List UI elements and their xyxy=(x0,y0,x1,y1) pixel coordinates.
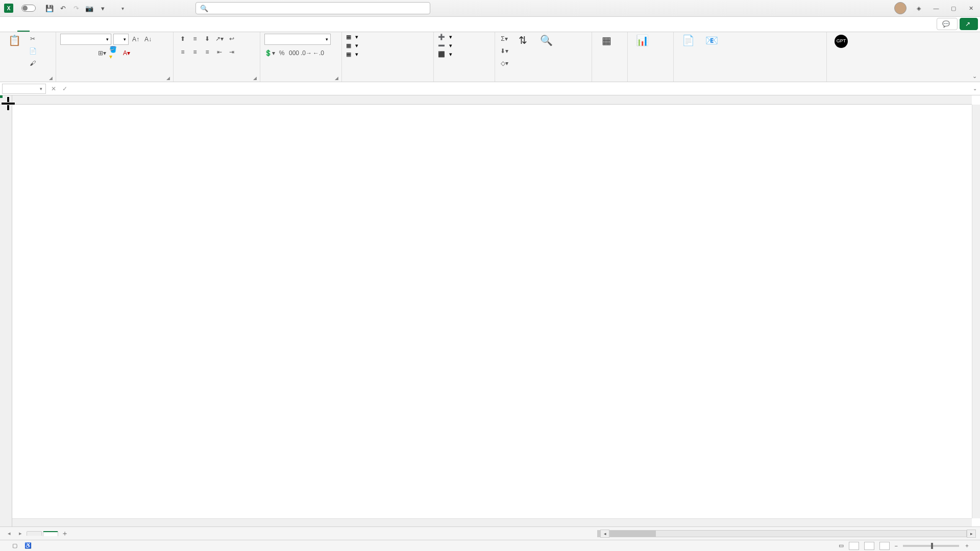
horizontal-scrollbar[interactable]: ◂ ▸ xyxy=(597,530,976,538)
view-page-break-icon[interactable] xyxy=(879,542,890,550)
conditional-formatting-button[interactable]: ▦ ▾ xyxy=(346,34,358,40)
hscroll-thumb[interactable] xyxy=(610,531,656,537)
zoom-in-icon[interactable]: ＋ xyxy=(964,542,970,549)
bold-button[interactable] xyxy=(60,48,70,58)
sheet-tab-2[interactable] xyxy=(43,531,58,536)
chatgpt-button[interactable]: GPT xyxy=(831,34,851,50)
tab-seitenlayout[interactable] xyxy=(42,26,54,32)
format-as-table-button[interactable]: ▦ ▾ xyxy=(346,42,358,49)
insert-cells-button[interactable]: ➕ ▾ xyxy=(438,34,452,40)
paste-button[interactable]: 📋 xyxy=(4,34,24,48)
tab-acrobat[interactable] xyxy=(128,26,140,32)
decrease-font-icon[interactable]: A↓ xyxy=(143,34,153,44)
autosum-icon[interactable]: Σ▾ xyxy=(499,34,509,44)
column-headers[interactable] xyxy=(12,95,972,105)
increase-font-icon[interactable]: A↑ xyxy=(131,34,141,44)
spreadsheet-grid[interactable] xyxy=(0,95,980,527)
font-size-dropdown[interactable]: ▾ xyxy=(113,34,129,45)
underline-button[interactable] xyxy=(85,48,95,58)
view-page-layout-icon[interactable] xyxy=(864,542,874,550)
font-color-icon[interactable]: A▾ xyxy=(121,48,132,58)
fill-color-icon[interactable]: 🪣▾ xyxy=(109,48,119,58)
increase-indent-icon[interactable]: ⇥ xyxy=(227,47,237,57)
tab-formeln[interactable] xyxy=(54,26,66,32)
vertical-scrollbar[interactable] xyxy=(972,105,980,518)
decrease-decimal-icon[interactable]: ←.0 xyxy=(313,48,324,58)
camera-icon[interactable]: 📷 xyxy=(84,3,95,14)
pdf-share-link-button[interactable]: 📄 xyxy=(678,34,698,48)
align-right-icon[interactable]: ≡ xyxy=(202,47,212,57)
qat-customize-icon[interactable]: ▾ xyxy=(97,3,108,14)
align-top-icon[interactable]: ⬆ xyxy=(178,34,188,44)
name-box[interactable]: ▾ xyxy=(2,84,46,94)
comments-button[interactable]: 💬 xyxy=(937,18,958,30)
row-headers[interactable] xyxy=(0,105,12,527)
formula-input[interactable] xyxy=(75,84,970,94)
save-icon[interactable]: 💾 xyxy=(44,3,55,14)
select-all-corner[interactable] xyxy=(0,95,12,105)
clear-icon[interactable]: ◇▾ xyxy=(499,58,509,68)
wrap-text-icon[interactable]: ↩ xyxy=(227,34,237,44)
fill-icon[interactable]: ⬇▾ xyxy=(499,46,509,56)
launcher-icon[interactable]: ◢ xyxy=(166,76,170,81)
align-middle-icon[interactable]: ≡ xyxy=(190,34,200,44)
search-box[interactable]: 🔍 xyxy=(195,2,430,14)
share-button[interactable]: ↗ xyxy=(960,18,978,30)
addins-button[interactable]: ▦ xyxy=(596,34,617,48)
italic-button[interactable] xyxy=(72,48,83,58)
window-restore-icon[interactable]: ▢ xyxy=(948,3,959,13)
data-analysis-button[interactable]: 📊 xyxy=(632,34,652,48)
cell-styles-button[interactable]: ▦ ▾ xyxy=(346,51,358,58)
sheet-nav-prev-icon[interactable]: ◂ xyxy=(4,530,14,537)
tab-ueberpruefen[interactable] xyxy=(79,26,91,32)
autosave-toggle[interactable] xyxy=(21,5,36,12)
zoom-out-icon[interactable]: − xyxy=(895,543,898,549)
sheet-tab-1[interactable] xyxy=(27,531,42,536)
sheet-nav-next-icon[interactable]: ▸ xyxy=(15,530,26,537)
align-left-icon[interactable]: ≡ xyxy=(178,47,188,57)
confirm-formula-icon[interactable]: ✓ xyxy=(59,85,70,92)
zoom-slider[interactable] xyxy=(903,545,959,547)
number-format-dropdown[interactable]: ▾ xyxy=(264,34,331,45)
window-minimize-icon[interactable]: — xyxy=(931,3,941,13)
cell-area[interactable] xyxy=(12,105,972,518)
launcher-icon[interactable]: ◢ xyxy=(49,76,53,81)
tab-einfuegen[interactable] xyxy=(30,26,42,32)
hscroll-right-icon[interactable]: ▸ xyxy=(967,530,976,538)
filename[interactable]: ▾ xyxy=(119,6,124,11)
diamond-icon[interactable]: ◈ xyxy=(914,3,924,13)
percent-icon[interactable]: % xyxy=(277,48,287,58)
tab-daten[interactable] xyxy=(66,26,79,32)
macro-record-icon[interactable]: ▢ xyxy=(12,542,17,549)
launcher-icon[interactable]: ◢ xyxy=(335,76,338,81)
orientation-icon[interactable]: ↗▾ xyxy=(214,34,225,44)
cancel-formula-icon[interactable]: ✕ xyxy=(48,85,59,92)
tab-hilfe[interactable] xyxy=(115,26,128,32)
redo-icon[interactable]: ↷ xyxy=(70,3,82,14)
user-avatar[interactable] xyxy=(894,2,906,14)
sort-filter-button[interactable]: ⇅ xyxy=(512,34,533,48)
accessibility-status[interactable]: ♿ xyxy=(24,542,32,549)
cut-icon[interactable]: ✂ xyxy=(28,34,38,44)
find-select-button[interactable]: 🔍 xyxy=(536,34,556,48)
tab-start[interactable] xyxy=(17,24,30,32)
window-close-icon[interactable]: ✕ xyxy=(966,3,976,13)
tab-entwicklertools[interactable] xyxy=(103,26,115,32)
comma-icon[interactable]: 000 xyxy=(289,48,299,58)
increase-decimal-icon[interactable]: .0→ xyxy=(301,48,311,58)
align-bottom-icon[interactable]: ⬇ xyxy=(202,34,212,44)
tab-ansicht[interactable] xyxy=(91,26,103,32)
display-settings-button[interactable]: ▭ xyxy=(839,542,844,549)
add-sheet-button[interactable]: ＋ xyxy=(59,528,70,539)
view-normal-icon[interactable] xyxy=(849,542,859,550)
font-name-dropdown[interactable]: ▾ xyxy=(60,34,111,45)
currency-icon[interactable]: 💲▾ xyxy=(264,48,275,58)
align-center-icon[interactable]: ≡ xyxy=(190,47,200,57)
hscroll-left-icon[interactable]: ◂ xyxy=(600,530,609,538)
delete-cells-button[interactable]: ➖ ▾ xyxy=(438,42,452,49)
launcher-icon[interactable]: ◢ xyxy=(253,76,257,81)
format-cells-button[interactable]: ⬛ ▾ xyxy=(438,51,452,58)
format-painter-icon[interactable]: 🖌 xyxy=(28,58,38,68)
copy-icon[interactable]: 📄 xyxy=(28,46,38,56)
ribbon-collapse-icon[interactable]: ⌄ xyxy=(972,73,977,80)
